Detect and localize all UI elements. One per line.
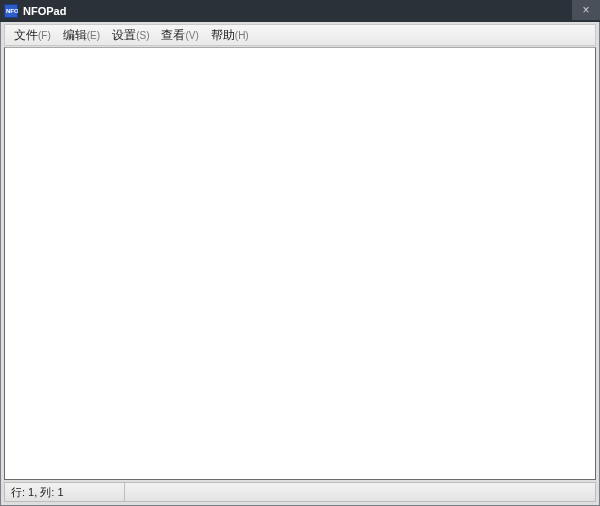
window-title: NFOPad xyxy=(23,5,66,17)
text-editor[interactable] xyxy=(4,47,596,480)
close-icon: × xyxy=(582,4,589,16)
menu-label: 编辑 xyxy=(63,28,87,42)
menu-edit[interactable]: 编辑(E) xyxy=(57,26,106,45)
svg-text:NFO: NFO xyxy=(6,8,18,14)
menu-label: 设置 xyxy=(112,28,136,42)
statusbar: 行: 1, 列: 1 xyxy=(4,482,596,502)
status-cursor-position: 行: 1, 列: 1 xyxy=(5,483,125,501)
nfo-icon: NFO xyxy=(4,4,18,18)
menu-shortcut: (S) xyxy=(136,30,149,41)
close-button[interactable]: × xyxy=(572,0,600,20)
menu-label: 帮助 xyxy=(211,28,235,42)
menu-label: 查看 xyxy=(161,28,185,42)
client-area: 文件(F) 编辑(E) 设置(S) 查看(V) 帮助(H) 行: 1, 列: 1 xyxy=(0,22,600,506)
menu-settings[interactable]: 设置(S) xyxy=(106,26,155,45)
app-window: NFO NFOPad × 文件(F) 编辑(E) 设置(S) 查看(V) 帮助(… xyxy=(0,0,600,506)
menu-shortcut: (V) xyxy=(185,30,198,41)
titlebar[interactable]: NFO NFOPad × xyxy=(0,0,600,22)
status-empty xyxy=(125,483,595,501)
menu-file[interactable]: 文件(F) xyxy=(8,26,57,45)
menu-shortcut: (E) xyxy=(87,30,100,41)
menu-shortcut: (F) xyxy=(38,30,51,41)
menubar: 文件(F) 编辑(E) 设置(S) 查看(V) 帮助(H) xyxy=(4,24,596,46)
menu-view[interactable]: 查看(V) xyxy=(155,26,204,45)
menu-shortcut: (H) xyxy=(235,30,249,41)
menu-help[interactable]: 帮助(H) xyxy=(205,26,255,45)
menu-label: 文件 xyxy=(14,28,38,42)
